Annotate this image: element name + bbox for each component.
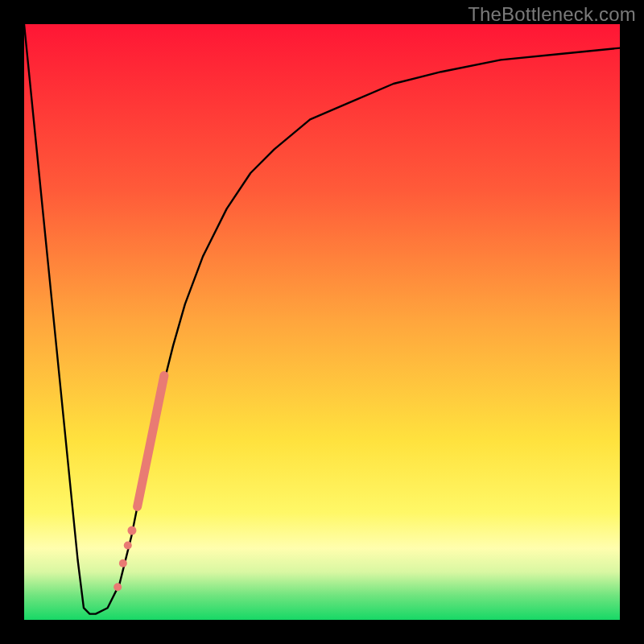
plot-gradient-background xyxy=(24,24,620,620)
chart-stage: TheBottleneck.com xyxy=(0,0,644,644)
watermark-text: TheBottleneck.com xyxy=(468,3,636,26)
